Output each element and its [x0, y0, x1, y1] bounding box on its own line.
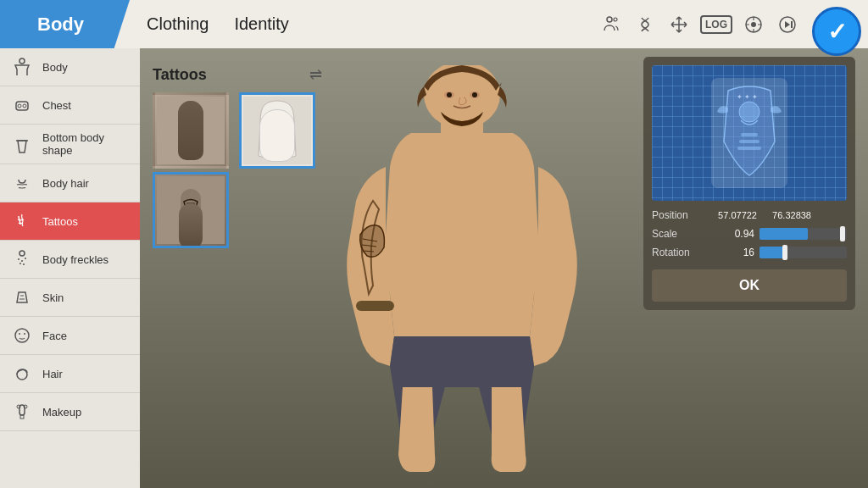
svg-rect-5	[791, 21, 793, 28]
genetics-icon[interactable]	[632, 12, 658, 37]
svg-point-12	[21, 260, 23, 262]
tattoo-selection-panel: Tattoos ⇌	[153, 65, 322, 248]
sidebar-makeup-label: Makeup	[42, 406, 81, 419]
hair-icon	[10, 362, 34, 385]
tattoo-preview: ✦ ✦ ✦	[652, 65, 847, 201]
sidebar-item-bottom-body-shape[interactable]: Bottom body shape	[0, 125, 140, 164]
sidebar-body-hair-label: Body hair	[42, 177, 89, 190]
main-area: Tattoos ⇌	[140, 48, 868, 488]
rotation-row: Rotation 16	[652, 247, 847, 258]
tattoo-grid	[153, 92, 322, 248]
rotation-slider[interactable]	[760, 247, 847, 258]
tattoo-preview-image: ✦ ✦ ✦	[711, 78, 787, 188]
tab-clothing[interactable]: Clothing	[147, 14, 209, 34]
shuffle-button[interactable]: ⇌	[309, 65, 322, 84]
sidebar-item-face[interactable]: Face	[0, 317, 140, 355]
svg-point-35	[472, 92, 477, 97]
move-icon[interactable]	[666, 12, 692, 37]
makeup-icon	[10, 400, 34, 424]
sidebar-tattoos-label: Tattoos	[42, 215, 78, 228]
tattoo-panel-header: Tattoos ⇌	[153, 65, 322, 84]
sidebar-item-chest[interactable]: Chest	[0, 86, 140, 125]
svg-rect-24	[157, 97, 225, 164]
tab-body-label: Body	[37, 14, 84, 36]
svg-point-13	[25, 258, 26, 259]
body-freckles-icon	[10, 247, 34, 271]
bottom-body-icon	[10, 132, 34, 156]
sidebar-item-body-freckles[interactable]: Body freckles	[0, 241, 140, 279]
tattoo-option-3[interactable]	[153, 172, 229, 248]
svg-rect-27	[157, 176, 225, 244]
svg-point-0	[607, 17, 612, 22]
tattoo-adjust-panel: ✦ ✦ ✦ Position 57.07722 76.32838 Scale 0…	[643, 57, 855, 310]
topbar-icons: LOG	[598, 12, 800, 37]
rotation-value: 16	[708, 247, 754, 258]
skin-icon	[10, 286, 34, 309]
tab-body[interactable]: Body	[0, 0, 130, 48]
body-hair-icon	[10, 171, 34, 195]
svg-rect-38	[741, 133, 758, 136]
svg-point-11	[18, 258, 19, 260]
log-button[interactable]: LOG	[700, 15, 732, 34]
svg-point-18	[24, 333, 25, 335]
tattoo-option-2[interactable]	[239, 92, 315, 169]
sidebar-bottom-label: Bottom body shape	[42, 131, 130, 157]
svg-rect-39	[739, 140, 760, 143]
sidebar-skin-label: Skin	[42, 291, 64, 304]
scale-value: 0.94	[708, 228, 754, 240]
svg-point-3	[751, 22, 756, 27]
sidebar-item-tattoos[interactable]: Tattoos	[0, 202, 140, 241]
sidebar-item-hair[interactable]: Hair	[0, 355, 140, 393]
tattoos-icon	[10, 209, 34, 233]
sidebar-item-body[interactable]: Body	[0, 48, 140, 86]
skip-icon[interactable]	[775, 12, 800, 37]
svg-point-37	[739, 102, 760, 122]
sidebar-face-label: Face	[42, 330, 67, 342]
position-x-value: 57.07722	[708, 210, 757, 220]
character-svg	[309, 65, 615, 488]
svg-point-14	[19, 263, 21, 264]
svg-point-8	[18, 104, 21, 108]
scale-slider[interactable]	[760, 228, 847, 240]
position-y-value: 76.32838	[762, 210, 811, 220]
svg-point-6	[19, 58, 25, 64]
sidebar-freckles-label: Body freckles	[42, 253, 108, 266]
sidebar-item-makeup[interactable]: Makeup	[0, 393, 140, 431]
svg-point-1	[614, 18, 617, 21]
sidebar-chest-label: Chest	[42, 99, 71, 112]
topbar: Body Clothing Identity LOG	[0, 0, 868, 48]
sidebar-item-body-hair[interactable]: Body hair	[0, 164, 140, 202]
svg-point-34	[447, 92, 452, 97]
tattoo-option-1[interactable]	[153, 92, 229, 169]
position-label: Position	[652, 209, 703, 221]
svg-point-16	[15, 329, 29, 342]
scale-label: Scale	[652, 228, 703, 240]
svg-text:✦ ✦ ✦: ✦ ✦ ✦	[737, 93, 758, 101]
svg-point-9	[23, 104, 26, 108]
chest-icon	[10, 93, 34, 117]
ok-button[interactable]: OK	[652, 269, 847, 302]
sidebar-hair-label: Hair	[42, 368, 63, 380]
svg-point-17	[19, 333, 20, 335]
scale-slider-thumb	[840, 226, 845, 241]
svg-rect-36	[356, 301, 394, 311]
scale-row: Scale 0.94	[652, 228, 847, 240]
svg-rect-28	[181, 189, 201, 236]
rotation-slider-thumb	[782, 245, 787, 260]
rotation-label: Rotation	[652, 247, 703, 258]
tattoo-panel-title: Tattoos	[153, 66, 207, 84]
scale-slider-fill	[760, 228, 808, 240]
body-icon	[10, 55, 34, 79]
tab-identity[interactable]: Identity	[234, 14, 288, 34]
character-icon[interactable]	[598, 12, 624, 37]
sidebar-item-skin[interactable]: Skin	[0, 279, 140, 317]
svg-point-15	[23, 263, 25, 265]
position-row: Position 57.07722 76.32838	[652, 209, 847, 221]
svg-rect-25	[178, 101, 203, 160]
sidebar-body-label: Body	[42, 61, 68, 74]
confirm-button[interactable]	[812, 7, 861, 56]
music-icon[interactable]	[741, 12, 766, 37]
svg-point-10	[19, 251, 25, 256]
sidebar: Body Chest Bottom body shape	[0, 48, 140, 488]
svg-rect-40	[737, 147, 761, 150]
